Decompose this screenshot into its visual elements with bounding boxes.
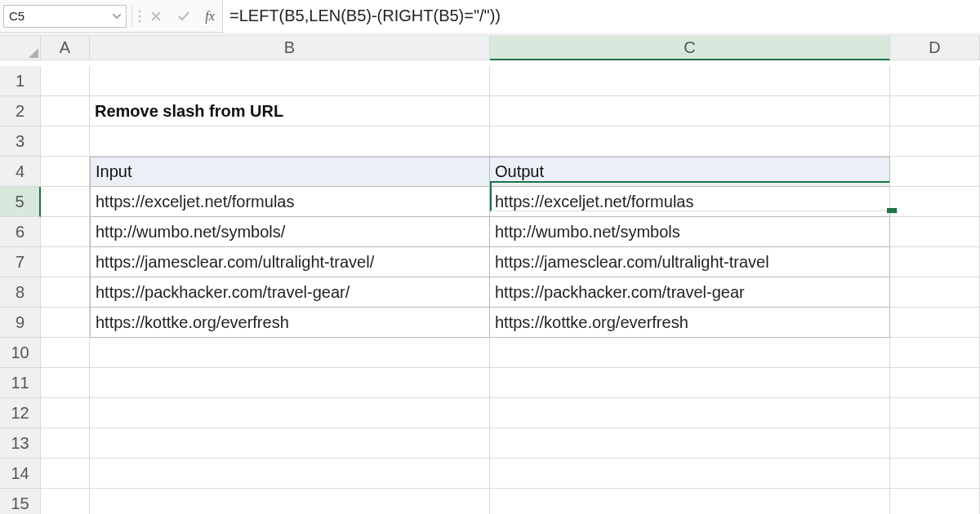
cell-c5[interactable]: https://exceljet.net/formulas xyxy=(490,187,890,217)
cell-b13[interactable] xyxy=(90,428,490,459)
cell-a7[interactable] xyxy=(41,247,90,277)
cell-b12[interactable] xyxy=(90,398,490,428)
row-header-12[interactable]: 12 xyxy=(0,398,41,428)
cell-c8[interactable]: https://packhacker.com/travel-gear xyxy=(490,277,890,308)
cell-d1[interactable] xyxy=(890,66,980,96)
cell-d3[interactable] xyxy=(890,126,980,157)
cell-c7[interactable]: https://jamesclear.com/ultralight-travel xyxy=(490,247,890,277)
cell-a5[interactable] xyxy=(41,187,90,217)
table-header-output[interactable]: Output xyxy=(490,157,890,187)
cell-a15[interactable] xyxy=(41,489,90,514)
cell-d13[interactable] xyxy=(890,428,980,459)
cell-d14[interactable] xyxy=(890,459,980,489)
cell-b9[interactable]: https://kottke.org/everfresh xyxy=(90,308,490,338)
cell-c15[interactable] xyxy=(490,489,890,514)
cell-d6[interactable] xyxy=(890,217,980,247)
cell-a14[interactable] xyxy=(41,459,90,489)
cell-d15[interactable] xyxy=(890,489,980,514)
fx-button[interactable]: fx xyxy=(198,9,222,24)
cell-c10[interactable] xyxy=(490,338,890,368)
cell-a4[interactable] xyxy=(41,157,90,187)
cell-a1[interactable] xyxy=(41,66,90,96)
cell-b14[interactable] xyxy=(90,459,490,489)
cell-b3[interactable] xyxy=(90,126,490,157)
cell-d12[interactable] xyxy=(890,398,980,428)
row-header-9[interactable]: 9 xyxy=(0,308,41,338)
name-box-value: C5 xyxy=(9,9,24,23)
cell-a8[interactable] xyxy=(41,277,90,308)
svg-point-2 xyxy=(139,20,140,21)
spreadsheet-grid[interactable]: A B C D 1 2 Remove slash from URL 3 4 In… xyxy=(0,36,980,514)
row-header-8[interactable]: 8 xyxy=(0,277,41,308)
cell-c13[interactable] xyxy=(490,428,890,459)
cell-d10[interactable] xyxy=(890,338,980,368)
cell-d8[interactable] xyxy=(890,277,980,308)
cell-d7[interactable] xyxy=(890,247,980,277)
cell-c2[interactable] xyxy=(490,96,890,126)
cell-c3[interactable] xyxy=(490,126,890,157)
name-box[interactable]: C5 xyxy=(3,5,127,28)
cell-a10[interactable] xyxy=(41,338,90,368)
cell-c6[interactable]: http://wumbo.net/symbols xyxy=(490,217,890,247)
formula-input[interactable]: =LEFT(B5,LEN(B5)-(RIGHT(B5)="/")) xyxy=(222,0,980,33)
col-header-a[interactable]: A xyxy=(41,36,90,60)
row-header-3[interactable]: 3 xyxy=(0,126,41,157)
formula-bar: C5 fx =LEFT(B5,LEN(B5)-(RIGHT(B5)="/")) xyxy=(0,0,980,33)
col-header-c[interactable]: C xyxy=(490,36,890,60)
cell-b1[interactable] xyxy=(90,66,490,96)
cell-c9[interactable]: https://kottke.org/everfresh xyxy=(490,308,890,338)
row-header-11[interactable]: 11 xyxy=(0,368,41,398)
cell-c1[interactable] xyxy=(490,66,890,96)
select-all-corner[interactable] xyxy=(0,36,41,60)
cell-c11[interactable] xyxy=(490,368,890,398)
cell-c12[interactable] xyxy=(490,398,890,428)
row-header-1[interactable]: 1 xyxy=(0,66,41,96)
enter-button[interactable] xyxy=(170,5,198,28)
col-header-b[interactable]: B xyxy=(90,36,490,60)
cell-a3[interactable] xyxy=(41,126,90,157)
svg-point-1 xyxy=(139,15,140,16)
cell-d9[interactable] xyxy=(890,308,980,338)
cancel-button[interactable] xyxy=(142,5,170,28)
row-header-15[interactable]: 15 xyxy=(0,489,41,514)
cell-a2[interactable] xyxy=(41,96,90,126)
cell-a12[interactable] xyxy=(41,398,90,428)
row-header-5[interactable]: 5 xyxy=(0,187,41,217)
cell-d4[interactable] xyxy=(890,157,980,187)
cell-d11[interactable] xyxy=(890,368,980,398)
cell-b10[interactable] xyxy=(90,338,490,368)
cell-b5[interactable]: https://exceljet.net/formulas xyxy=(90,187,490,217)
row-header-14[interactable]: 14 xyxy=(0,459,41,489)
row-header-4[interactable]: 4 xyxy=(0,157,41,187)
cell-b15[interactable] xyxy=(90,489,490,514)
row-header-2[interactable]: 2 xyxy=(0,96,41,126)
row-header-10[interactable]: 10 xyxy=(0,338,41,368)
row-header-7[interactable]: 7 xyxy=(0,247,41,277)
row-header-6[interactable]: 6 xyxy=(0,217,41,247)
cell-d5[interactable] xyxy=(890,187,980,217)
chevron-down-icon[interactable] xyxy=(113,12,121,20)
cell-a9[interactable] xyxy=(41,308,90,338)
cell-a13[interactable] xyxy=(41,428,90,459)
page-title[interactable]: Remove slash from URL xyxy=(90,96,490,126)
row-header-13[interactable]: 13 xyxy=(0,428,41,459)
cell-a11[interactable] xyxy=(41,368,90,398)
cell-b8[interactable]: https://packhacker.com/travel-gear/ xyxy=(90,277,490,308)
cell-a6[interactable] xyxy=(41,217,90,247)
divider xyxy=(131,6,132,27)
cell-b6[interactable]: http://wumbo.net/symbols/ xyxy=(90,217,490,247)
cell-b11[interactable] xyxy=(90,368,490,398)
cell-b7[interactable]: https://jamesclear.com/ultralight-travel… xyxy=(90,247,490,277)
cell-d2[interactable] xyxy=(890,96,980,126)
cell-c14[interactable] xyxy=(490,459,890,489)
svg-point-0 xyxy=(139,10,140,11)
col-header-d[interactable]: D xyxy=(890,36,980,60)
table-header-input[interactable]: Input xyxy=(90,157,490,187)
